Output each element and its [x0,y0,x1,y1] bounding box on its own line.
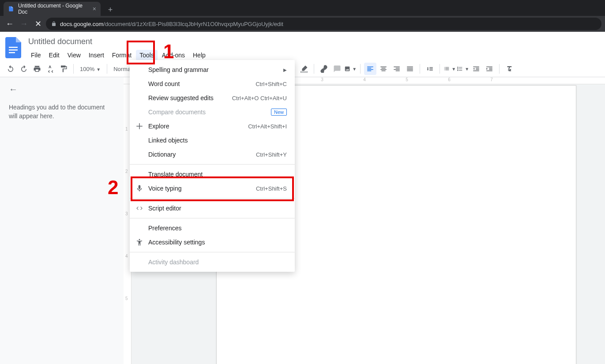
numbered-list-button[interactable]: ▼ [443,63,456,75]
svg-point-6 [457,70,458,71]
address-bar-row: ← → ✕ docs.google.com/document/d/1zXrEB-… [0,16,605,32]
content-area: ← Headings you add to the document will … [0,77,605,364]
menu-translate-document[interactable]: Translate document [130,167,295,181]
tools-dropdown: Spelling and grammar ▶ Word count Ctrl+S… [130,60,295,272]
chevron-down-icon: ▼ [451,67,456,71]
clear-formatting-button[interactable] [503,63,515,75]
zoom-value: 100% [80,66,94,72]
menu-shortcut: Ctrl+Shift+C [256,81,287,87]
code-icon [134,204,145,212]
close-tab-icon[interactable]: × [93,5,96,12]
menu-spelling-grammar[interactable]: Spelling and grammar ▶ [130,63,295,77]
menu-format[interactable]: Format [109,50,135,60]
vruler-tick: 5 [125,296,128,301]
chevron-down-icon: ▼ [465,67,469,71]
menu-insert[interactable]: Insert [85,50,108,60]
line-spacing-button[interactable] [424,63,436,75]
toolbar-separator [360,64,361,74]
menu-dictionary[interactable]: Dictionary Ctrl+Shift+Y [130,147,295,161]
menu-help[interactable]: Help [189,50,209,60]
zoom-select[interactable]: 100%▼ [77,66,103,72]
menu-edit[interactable]: Edit [45,50,63,60]
menu-item-label: Dictionary [148,151,176,158]
align-center-button[interactable] [377,63,390,75]
insert-link-button[interactable] [318,63,330,75]
align-right-button[interactable] [391,63,403,75]
menu-item-label: Review suggested edits [148,94,214,101]
menu-compare-documents: Compare documents New [130,105,295,119]
menu-shortcut: Ctrl+Shift+S [256,185,287,192]
vruler-tick: 4 [125,254,128,259]
menu-item-label: Word count [148,80,180,87]
menu-word-count[interactable]: Word count Ctrl+Shift+C [130,77,295,91]
menu-item-label: Compare documents [148,109,206,116]
menu-accessibility-settings[interactable]: Accessibility settings [130,235,295,249]
svg-point-7 [139,239,140,240]
lock-icon [51,21,56,26]
bulleted-list-button[interactable]: ▼ [457,63,469,75]
menu-activity-dashboard: Activity dashboard [130,255,295,269]
menu-explore[interactable]: Explore Ctrl+Alt+Shift+I [130,119,295,133]
paint-format-button[interactable] [57,63,70,75]
docs-logo-icon[interactable] [5,37,23,55]
annotation-number-1: 1 [163,41,174,63]
menu-voice-typing[interactable]: Voice typing Ctrl+Shift+S [130,181,295,195]
menu-separator [130,218,295,218]
align-left-button[interactable] [364,63,376,75]
ruler-tick: 3 [301,77,343,82]
insert-comment-button[interactable] [331,63,343,75]
decrease-indent-button[interactable] [470,63,482,75]
accessibility-icon [134,238,145,246]
menu-shortcut: Ctrl+Shift+Y [256,151,287,158]
menu-item-label: Activity dashboard [148,259,199,266]
mic-icon [134,184,145,192]
increase-indent-button[interactable] [483,63,496,75]
address-bar[interactable]: docs.google.com/document/d/1zXrEB-Pis8B3… [46,18,601,30]
document-title[interactable]: Untitled document [27,35,209,48]
url-path: /document/d/1zXrEB-Pis8B3l3lcqJbHyrN1O0h… [103,21,283,27]
undo-button[interactable] [4,63,17,75]
back-button[interactable]: ← [4,18,16,30]
stop-button[interactable]: ✕ [32,18,44,30]
menu-script-editor[interactable]: Script editor [130,201,295,215]
menu-review-suggested-edits[interactable]: Review suggested edits Ctrl+Alt+O Ctrl+A… [130,91,295,105]
menu-tools[interactable]: Tools [136,50,158,60]
align-justify-button[interactable] [404,63,416,75]
docs-favicon-icon [8,5,15,12]
menu-item-label: Accessibility settings [148,239,205,246]
toolbar-separator [499,64,500,74]
menu-item-label: Linked objects [148,137,188,144]
explore-icon [134,122,145,130]
browser-tab[interactable]: Untitled document - Google Doc × [4,2,101,16]
vruler-tick: 2 [125,169,128,174]
menu-shortcut: Ctrl+Alt+O Ctrl+Alt+U [232,95,287,101]
forward-button[interactable]: → [18,18,30,30]
menu-view[interactable]: View [64,50,84,60]
print-button[interactable] [31,63,43,75]
tab-title: Untitled document - Google Doc [18,3,88,15]
svg-rect-2 [9,52,15,53]
toolbar: 100%▼ Normal ▼ ▼ ▼ [0,60,605,77]
new-tab-button[interactable]: + [104,4,116,16]
toolbar-separator [440,64,440,74]
svg-rect-0 [9,47,18,48]
menu-file[interactable]: File [27,50,45,60]
browser-chrome: Untitled document - Google Doc × + ← → ✕… [0,0,605,32]
menu-preferences[interactable]: Preferences [130,221,295,235]
outline-back-icon[interactable]: ← [9,84,115,94]
highlight-color-button[interactable] [298,63,310,75]
url-host: docs.google.com [60,21,103,27]
spellcheck-button[interactable] [44,63,56,75]
toolbar-separator [107,64,107,74]
menu-linked-objects[interactable]: Linked objects [130,133,295,147]
chevron-down-icon: ▼ [96,67,101,72]
menu-separator [130,198,295,199]
redo-button[interactable] [18,63,30,75]
ruler-tick: 6 [428,77,470,82]
ruler-tick: 7 [470,77,513,82]
chevron-down-icon: ▼ [352,67,357,71]
toolbar-separator [73,64,74,74]
menu-shortcut: Ctrl+Alt+Shift+I [248,123,287,130]
insert-image-button[interactable]: ▼ [344,63,357,75]
svg-point-4 [457,67,458,68]
